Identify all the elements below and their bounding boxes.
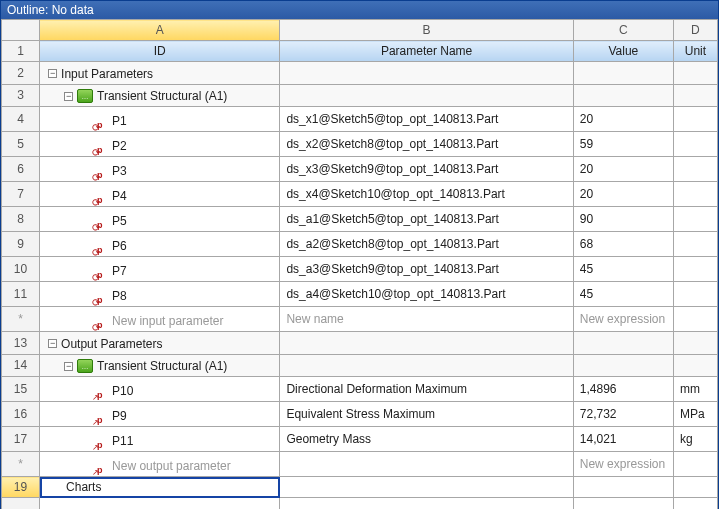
param-name[interactable]: ds_a4@Sketch10@top_opt_140813.Part: [280, 282, 573, 307]
param-name[interactable]: ds_a1@Sketch5@top_opt_140813.Part: [280, 207, 573, 232]
rownum[interactable]: 15: [2, 377, 40, 402]
param-name[interactable]: ds_x2@Sketch8@top_opt_140813.Part: [280, 132, 573, 157]
param-value[interactable]: 72,732: [573, 402, 673, 427]
table-row[interactable]: 15pP10Directional Deformation Maximum1,4…: [2, 377, 718, 402]
new-output-row[interactable]: * p New output parameter New expression: [2, 452, 718, 477]
param-unit[interactable]: [673, 282, 717, 307]
rownum[interactable]: 10: [2, 257, 40, 282]
param-value[interactable]: 20: [573, 157, 673, 182]
rownum-14[interactable]: 14: [2, 354, 40, 377]
expander-transient-out[interactable]: −: [64, 362, 73, 371]
new-output-id[interactable]: New output parameter: [112, 459, 231, 473]
new-output-unit[interactable]: [673, 452, 717, 477]
group-transient-out[interactable]: 14 − … Transient Structural (A1): [2, 354, 718, 377]
table-row[interactable]: 10pP7ds_a3@Sketch9@top_opt_140813.Part45: [2, 257, 718, 282]
new-output-name[interactable]: [280, 452, 573, 477]
table-row[interactable]: 8pP5ds_a1@Sketch5@top_opt_140813.Part90: [2, 207, 718, 232]
rownum[interactable]: 7: [2, 182, 40, 207]
col-letter-d[interactable]: D: [673, 20, 717, 41]
table-row[interactable]: 9pP6ds_a2@Sketch8@top_opt_140813.Part68: [2, 232, 718, 257]
table-row[interactable]: 4pP1ds_x1@Sketch5@top_opt_140813.Part20: [2, 107, 718, 132]
rownum[interactable]: 16: [2, 402, 40, 427]
param-unit[interactable]: kg: [673, 427, 717, 452]
table-row[interactable]: 17pP11Geometry Mass14,021kg: [2, 427, 718, 452]
expander-input[interactable]: −: [48, 69, 57, 78]
param-value[interactable]: 20: [573, 182, 673, 207]
group-charts[interactable]: 19 Charts: [2, 477, 718, 498]
rownum-new-in[interactable]: *: [2, 307, 40, 332]
param-name[interactable]: ds_x4@Sketch10@top_opt_140813.Part: [280, 182, 573, 207]
param-id: P4: [112, 189, 127, 203]
rownum[interactable]: 17: [2, 427, 40, 452]
parameter-table[interactable]: A B C D 1 ID Parameter Name Value Unit 2…: [1, 19, 718, 509]
param-value[interactable]: 20: [573, 107, 673, 132]
table-row[interactable]: 5pP2ds_x2@Sketch8@top_opt_140813.Part59: [2, 132, 718, 157]
param-value[interactable]: 14,021: [573, 427, 673, 452]
new-input-row[interactable]: * p New input parameter New name New exp…: [2, 307, 718, 332]
param-value[interactable]: 59: [573, 132, 673, 157]
param-unit[interactable]: [673, 182, 717, 207]
rownum[interactable]: 11: [2, 282, 40, 307]
param-id: P9: [112, 409, 127, 423]
col-name-id[interactable]: ID: [40, 41, 280, 62]
param-value[interactable]: 90: [573, 207, 673, 232]
param-unit[interactable]: mm: [673, 377, 717, 402]
expander-output[interactable]: −: [48, 339, 57, 348]
col-name-value[interactable]: Value: [573, 41, 673, 62]
param-unit[interactable]: MPa: [673, 402, 717, 427]
new-input-unit[interactable]: [673, 307, 717, 332]
param-name[interactable]: ds_a3@Sketch9@top_opt_140813.Part: [280, 257, 573, 282]
rownum[interactable]: 6: [2, 157, 40, 182]
new-input-value[interactable]: New expression: [573, 307, 673, 332]
group-output-parameters[interactable]: 13 − Output Parameters: [2, 332, 718, 355]
param-unit[interactable]: [673, 107, 717, 132]
group-label-transient-out: Transient Structural (A1): [97, 359, 227, 373]
rownum-1[interactable]: 1: [2, 41, 40, 62]
table-row[interactable]: 11pP8ds_a4@Sketch10@top_opt_140813.Part4…: [2, 282, 718, 307]
rownum[interactable]: 8: [2, 207, 40, 232]
param-id: P8: [112, 289, 127, 303]
param-value[interactable]: 1,4896: [573, 377, 673, 402]
new-output-value[interactable]: New expression: [573, 452, 673, 477]
param-name[interactable]: Geometry Mass: [280, 427, 573, 452]
param-unit[interactable]: [673, 207, 717, 232]
rownum-3[interactable]: 3: [2, 84, 40, 107]
rownum[interactable]: 9: [2, 232, 40, 257]
group-transient-in[interactable]: 3 − … Transient Structural (A1): [2, 84, 718, 107]
group-input-parameters[interactable]: 2 − Input Parameters: [2, 62, 718, 85]
col-name-param[interactable]: Parameter Name: [280, 41, 573, 62]
param-name[interactable]: Equivalent Stress Maximum: [280, 402, 573, 427]
table-row[interactable]: 6pP3ds_x3@Sketch9@top_opt_140813.Part20: [2, 157, 718, 182]
new-input-name[interactable]: New name: [280, 307, 573, 332]
rownum[interactable]: 4: [2, 107, 40, 132]
col-letter-a[interactable]: A: [40, 20, 280, 41]
expander-transient-in[interactable]: −: [64, 92, 73, 101]
param-unit[interactable]: [673, 257, 717, 282]
param-name[interactable]: ds_x3@Sketch9@top_opt_140813.Part: [280, 157, 573, 182]
col-letter-c[interactable]: C: [573, 20, 673, 41]
table-row[interactable]: 7pP4ds_x4@Sketch10@top_opt_140813.Part20: [2, 182, 718, 207]
param-id: P10: [112, 384, 133, 398]
param-name[interactable]: ds_x1@Sketch5@top_opt_140813.Part: [280, 107, 573, 132]
param-name[interactable]: Directional Deformation Maximum: [280, 377, 573, 402]
group-label-output: Output Parameters: [61, 337, 162, 351]
param-unit[interactable]: [673, 157, 717, 182]
param-value[interactable]: 45: [573, 257, 673, 282]
param-name[interactable]: ds_a2@Sketch8@top_opt_140813.Part: [280, 232, 573, 257]
rownum-2[interactable]: 2: [2, 62, 40, 85]
rownum-new-out[interactable]: *: [2, 452, 40, 477]
param-value[interactable]: 45: [573, 282, 673, 307]
param-unit[interactable]: [673, 232, 717, 257]
param-value[interactable]: 68: [573, 232, 673, 257]
rownum[interactable]: 5: [2, 132, 40, 157]
table-row[interactable]: 16pP9Equivalent Stress Maximum72,732MPa: [2, 402, 718, 427]
col-letter-b[interactable]: B: [280, 20, 573, 41]
rownum-13[interactable]: 13: [2, 332, 40, 355]
outline-panel: Outline: No data A B C D 1 ID Parameter …: [0, 0, 719, 509]
param-id: P2: [112, 139, 127, 153]
param-unit[interactable]: [673, 132, 717, 157]
new-input-id[interactable]: New input parameter: [112, 314, 223, 328]
rownum-19[interactable]: 19: [2, 477, 40, 498]
param-id: P1: [112, 114, 127, 128]
col-name-unit[interactable]: Unit: [673, 41, 717, 62]
